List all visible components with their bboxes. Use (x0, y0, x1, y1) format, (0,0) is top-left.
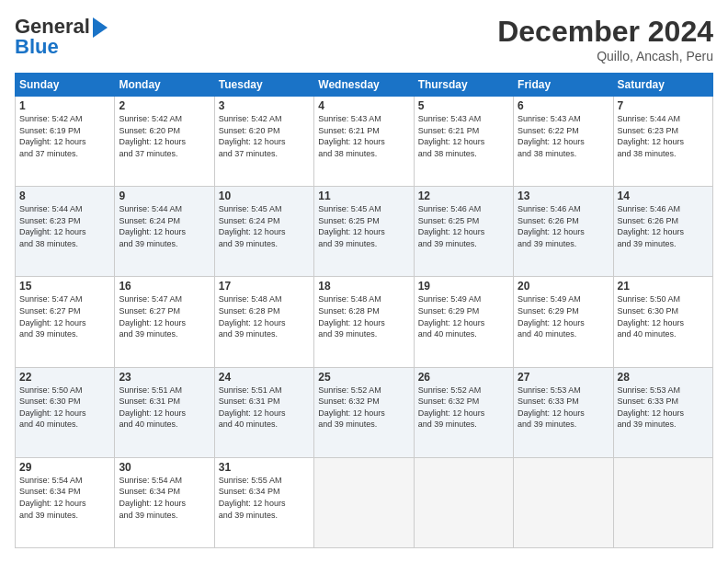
day-number: 23 (119, 371, 210, 384)
day-number: 9 (119, 190, 210, 202)
day-info: Sunrise: 5:46 AM Sunset: 6:26 PM Dayligh… (618, 203, 709, 249)
day-number: 29 (19, 461, 110, 474)
calendar-cell (613, 457, 712, 547)
day-number: 13 (518, 190, 609, 202)
day-info: Sunrise: 5:43 AM Sunset: 6:21 PM Dayligh… (318, 113, 409, 159)
day-info: Sunrise: 5:48 AM Sunset: 6:28 PM Dayligh… (219, 293, 310, 339)
day-number: 21 (618, 280, 709, 293)
calendar-cell: 9Sunrise: 5:44 AM Sunset: 6:24 PM Daylig… (115, 187, 214, 277)
day-number: 31 (219, 461, 310, 474)
day-number: 4 (318, 99, 409, 112)
day-info: Sunrise: 5:45 AM Sunset: 6:24 PM Dayligh… (219, 203, 310, 249)
day-number: 27 (518, 371, 609, 384)
title-block: December 2024 Quillo, Ancash, Peru (497, 15, 713, 63)
weekday-header-saturday: Saturday (613, 74, 712, 97)
day-number: 5 (418, 99, 509, 112)
day-info: Sunrise: 5:55 AM Sunset: 6:34 PM Dayligh… (219, 475, 310, 521)
weekday-header-row: SundayMondayTuesdayWednesdayThursdayFrid… (16, 74, 713, 97)
calendar-cell: 24Sunrise: 5:51 AM Sunset: 6:31 PM Dayli… (214, 367, 313, 457)
day-number: 24 (219, 371, 310, 384)
weekday-header-tuesday: Tuesday (214, 74, 313, 97)
weekday-header-friday: Friday (514, 74, 613, 97)
week-row-5: 29Sunrise: 5:54 AM Sunset: 6:34 PM Dayli… (16, 457, 713, 547)
day-number: 11 (318, 190, 409, 202)
day-number: 7 (618, 99, 709, 112)
day-info: Sunrise: 5:42 AM Sunset: 6:20 PM Dayligh… (219, 113, 310, 159)
day-number: 16 (119, 280, 210, 293)
day-number: 10 (219, 190, 310, 202)
day-info: Sunrise: 5:51 AM Sunset: 6:31 PM Dayligh… (219, 385, 310, 431)
day-number: 18 (318, 280, 409, 293)
calendar-cell: 23Sunrise: 5:51 AM Sunset: 6:31 PM Dayli… (115, 367, 214, 457)
calendar-cell: 1Sunrise: 5:42 AM Sunset: 6:19 PM Daylig… (16, 97, 115, 187)
calendar-cell: 15Sunrise: 5:47 AM Sunset: 6:27 PM Dayli… (16, 277, 115, 367)
calendar-cell: 7Sunrise: 5:44 AM Sunset: 6:23 PM Daylig… (613, 97, 712, 187)
day-info: Sunrise: 5:52 AM Sunset: 6:32 PM Dayligh… (318, 385, 409, 431)
day-info: Sunrise: 5:44 AM Sunset: 6:23 PM Dayligh… (618, 113, 709, 159)
calendar-cell: 31Sunrise: 5:55 AM Sunset: 6:34 PM Dayli… (214, 457, 313, 547)
week-row-1: 1Sunrise: 5:42 AM Sunset: 6:19 PM Daylig… (16, 97, 713, 187)
day-info: Sunrise: 5:47 AM Sunset: 6:27 PM Dayligh… (119, 293, 210, 339)
day-info: Sunrise: 5:53 AM Sunset: 6:33 PM Dayligh… (518, 385, 609, 431)
day-number: 19 (418, 280, 509, 293)
day-info: Sunrise: 5:52 AM Sunset: 6:32 PM Dayligh… (418, 385, 509, 431)
logo-text: General Blue (15, 15, 108, 59)
day-info: Sunrise: 5:46 AM Sunset: 6:26 PM Dayligh… (518, 203, 609, 249)
day-info: Sunrise: 5:43 AM Sunset: 6:21 PM Dayligh… (418, 113, 509, 159)
day-number: 3 (219, 99, 310, 112)
calendar-cell: 30Sunrise: 5:54 AM Sunset: 6:34 PM Dayli… (115, 457, 214, 547)
calendar-cell: 22Sunrise: 5:50 AM Sunset: 6:30 PM Dayli… (16, 367, 115, 457)
calendar-cell: 17Sunrise: 5:48 AM Sunset: 6:28 PM Dayli… (214, 277, 313, 367)
calendar-cell: 27Sunrise: 5:53 AM Sunset: 6:33 PM Dayli… (514, 367, 613, 457)
day-number: 17 (219, 280, 310, 293)
calendar-cell: 14Sunrise: 5:46 AM Sunset: 6:26 PM Dayli… (613, 187, 712, 277)
page: General Blue December 2024 Quillo, Ancas… (0, 0, 728, 563)
day-info: Sunrise: 5:54 AM Sunset: 6:34 PM Dayligh… (119, 475, 210, 521)
calendar-cell: 2Sunrise: 5:42 AM Sunset: 6:20 PM Daylig… (115, 97, 214, 187)
calendar-cell: 3Sunrise: 5:42 AM Sunset: 6:20 PM Daylig… (214, 97, 313, 187)
day-info: Sunrise: 5:44 AM Sunset: 6:24 PM Dayligh… (119, 203, 210, 249)
calendar-cell: 6Sunrise: 5:43 AM Sunset: 6:22 PM Daylig… (514, 97, 613, 187)
calendar-cell: 20Sunrise: 5:49 AM Sunset: 6:29 PM Dayli… (514, 277, 613, 367)
day-info: Sunrise: 5:43 AM Sunset: 6:22 PM Dayligh… (518, 113, 609, 159)
calendar-cell: 10Sunrise: 5:45 AM Sunset: 6:24 PM Dayli… (214, 187, 313, 277)
calendar-cell: 12Sunrise: 5:46 AM Sunset: 6:25 PM Dayli… (414, 187, 513, 277)
logo-blue: Blue (15, 35, 59, 59)
day-info: Sunrise: 5:42 AM Sunset: 6:19 PM Dayligh… (19, 113, 110, 159)
day-number: 8 (19, 190, 110, 202)
day-number: 1 (19, 99, 110, 112)
week-row-4: 22Sunrise: 5:50 AM Sunset: 6:30 PM Dayli… (16, 367, 713, 457)
calendar-cell: 4Sunrise: 5:43 AM Sunset: 6:21 PM Daylig… (314, 97, 414, 187)
calendar-table: SundayMondayTuesdayWednesdayThursdayFrid… (15, 73, 713, 548)
calendar-cell: 26Sunrise: 5:52 AM Sunset: 6:32 PM Dayli… (414, 367, 513, 457)
day-info: Sunrise: 5:42 AM Sunset: 6:20 PM Dayligh… (119, 113, 210, 159)
calendar-cell: 25Sunrise: 5:52 AM Sunset: 6:32 PM Dayli… (314, 367, 414, 457)
calendar-cell: 29Sunrise: 5:54 AM Sunset: 6:34 PM Dayli… (16, 457, 115, 547)
day-info: Sunrise: 5:47 AM Sunset: 6:27 PM Dayligh… (19, 293, 110, 339)
day-info: Sunrise: 5:44 AM Sunset: 6:23 PM Dayligh… (19, 203, 110, 249)
day-info: Sunrise: 5:46 AM Sunset: 6:25 PM Dayligh… (418, 203, 509, 249)
day-number: 25 (318, 371, 409, 384)
day-number: 22 (19, 371, 110, 384)
day-info: Sunrise: 5:49 AM Sunset: 6:29 PM Dayligh… (518, 293, 609, 339)
day-number: 28 (618, 371, 709, 384)
day-number: 30 (119, 461, 210, 474)
logo-arrow-icon (93, 17, 108, 38)
calendar-cell (314, 457, 414, 547)
weekday-header-sunday: Sunday (16, 74, 115, 97)
calendar-cell: 19Sunrise: 5:49 AM Sunset: 6:29 PM Dayli… (414, 277, 513, 367)
day-info: Sunrise: 5:51 AM Sunset: 6:31 PM Dayligh… (119, 385, 210, 431)
day-number: 26 (418, 371, 509, 384)
weekday-header-monday: Monday (115, 74, 214, 97)
subtitle: Quillo, Ancash, Peru (497, 49, 713, 63)
day-number: 6 (518, 99, 609, 112)
calendar-cell: 21Sunrise: 5:50 AM Sunset: 6:30 PM Dayli… (613, 277, 712, 367)
day-number: 15 (19, 280, 110, 293)
calendar-cell: 13Sunrise: 5:46 AM Sunset: 6:26 PM Dayli… (514, 187, 613, 277)
calendar-cell (514, 457, 613, 547)
header: General Blue December 2024 Quillo, Ancas… (15, 15, 713, 63)
weekday-header-thursday: Thursday (414, 74, 513, 97)
day-info: Sunrise: 5:54 AM Sunset: 6:34 PM Dayligh… (19, 475, 110, 521)
calendar-cell (414, 457, 513, 547)
day-info: Sunrise: 5:50 AM Sunset: 6:30 PM Dayligh… (19, 385, 110, 431)
